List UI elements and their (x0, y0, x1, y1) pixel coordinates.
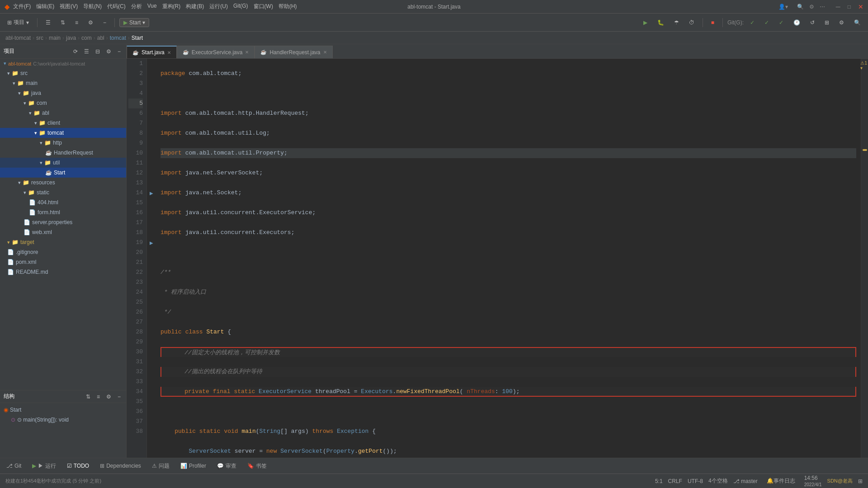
profiler-tool[interactable]: 📊 Profiler (178, 462, 209, 470)
menu-git[interactable]: Git(G) (233, 3, 248, 10)
problems-tool[interactable]: ⚠ 问题 (149, 461, 172, 471)
nav-src[interactable]: src (36, 35, 43, 41)
tree-main[interactable]: ▾ 📁 main (0, 78, 126, 88)
tree-server-props[interactable]: 📄 server.properties (0, 217, 126, 227)
minimize-panel-btn[interactable]: − (99, 16, 110, 29)
cursor-position[interactable]: 5:1 (655, 478, 663, 484)
run-config[interactable]: ▶ Start ▾ (119, 18, 149, 27)
tree-readme[interactable]: 📄 README.md (0, 267, 126, 277)
review-tool[interactable]: 💬 审查 (214, 461, 239, 471)
line-ending[interactable]: CRLF (668, 478, 682, 484)
sort-btn[interactable]: ⇅ (57, 16, 69, 29)
profile-btn[interactable]: 👤▾ (778, 4, 788, 10)
tree-start[interactable]: ☕ Start (0, 168, 126, 178)
tree-client[interactable]: ▾ 📁 client (0, 118, 126, 128)
tree-web-xml[interactable]: 📄 web.xml (0, 227, 126, 237)
structure-close-btn[interactable]: − (116, 390, 123, 403)
menu-vue[interactable]: Vue (147, 3, 157, 10)
code-text[interactable]: package com.abl.tomcat; import com.abl.t… (156, 59, 861, 458)
settings-small-btn[interactable]: ⚙ (85, 16, 97, 29)
filter-btn[interactable]: ≡ (71, 16, 82, 29)
structure-settings-btn[interactable]: ⚙ (104, 390, 113, 403)
tree-com[interactable]: ▾ 📁 com (0, 98, 126, 108)
git-search-btn[interactable]: 🔍 (850, 16, 864, 29)
sidebar-settings-btn[interactable]: ⚙ (104, 45, 113, 58)
tree-java[interactable]: ▾ 📁 java (0, 88, 126, 98)
search-btn[interactable]: 🔍 (797, 4, 804, 10)
tab-handler[interactable]: ☕ HandlerRequest.java ✕ (255, 46, 332, 58)
code-editor[interactable]: 1 2 3 4 5 6 7 8 9 10 11 12 13 14 15 16 1… (127, 59, 868, 458)
sidebar-collapse-btn[interactable]: ⊟ (94, 45, 102, 58)
git-check-btn[interactable]: ✓ (746, 16, 758, 29)
menu-run[interactable]: 运行(U) (209, 3, 228, 10)
close-btn[interactable]: ✕ (858, 3, 863, 10)
settings-btn[interactable]: ⚙ (809, 4, 814, 10)
nav-main[interactable]: main (49, 35, 61, 41)
structure-main-item[interactable]: ⊙ ⊙ main(String[]): void (4, 415, 123, 425)
git-more-btn[interactable]: ⊞ (821, 16, 833, 29)
git-settings-btn[interactable]: ⚙ (835, 16, 848, 29)
project-btn[interactable]: ⊞ 项目 ▾ (4, 16, 33, 29)
tree-static[interactable]: ▾ 📁 static (0, 188, 126, 197)
tree-gitignore[interactable]: 📄 .gitignore (0, 247, 126, 257)
coverage-btn[interactable]: ☂ (670, 16, 683, 29)
menu-help[interactable]: 帮助(H) (278, 3, 297, 10)
dep-tool[interactable]: ⊞ Dependencies (97, 462, 144, 470)
tree-tomcat[interactable]: ▾ 📁 tomcat (0, 128, 126, 138)
git-update-btn[interactable]: ↺ (807, 16, 818, 29)
structure-sort-btn[interactable]: ⇅ (84, 390, 92, 403)
tab-start-close[interactable]: ✕ (167, 50, 171, 55)
tab-executor[interactable]: ☕ ExecutorService.java ✕ (177, 46, 255, 58)
menu-refactor[interactable]: 重构(R) (162, 3, 181, 10)
profile-run-btn[interactable]: ⏱ (685, 16, 698, 29)
run-green-btn[interactable]: ▶ (640, 16, 651, 29)
tree-target[interactable]: ▾ 📁 target (0, 237, 126, 247)
tab-executor-close[interactable]: ✕ (245, 50, 249, 55)
event-log[interactable]: 🔔事件日志 (767, 477, 795, 485)
menu-analyze[interactable]: 分析 (131, 3, 142, 10)
tree-src[interactable]: ▾ 📁 src (0, 68, 126, 78)
git-tool[interactable]: ⎇ Git (4, 462, 24, 470)
nav-root[interactable]: abl-tomcat (5, 35, 31, 41)
git-branch-status[interactable]: ⎇ master (733, 478, 758, 484)
sidebar-sync-btn[interactable]: ⟳ (71, 45, 80, 58)
menu-window[interactable]: 窗口(W) (254, 3, 273, 10)
tab-start[interactable]: ☕ Start.java ✕ (127, 46, 177, 58)
nav-start[interactable]: Start (132, 35, 143, 41)
menu-view[interactable]: 视图(V) (60, 3, 78, 10)
tree-pom[interactable]: 📄 pom.xml (0, 257, 126, 267)
nav-abl[interactable]: abl (97, 35, 104, 41)
file-encoding[interactable]: UTF-8 (688, 478, 703, 484)
tree-resources[interactable]: ▾ 📁 resources (0, 178, 126, 188)
tree-abl[interactable]: ▾ 📁 abl (0, 108, 126, 118)
menu-navigate[interactable]: 导航(N) (83, 3, 102, 10)
minimize-btn[interactable]: ─ (836, 3, 840, 10)
tree-handler-request[interactable]: ☕ HandlerRequest (0, 148, 126, 158)
git-check3-btn[interactable]: ✓ (775, 16, 787, 29)
tab-handler-close[interactable]: ✕ (323, 50, 327, 55)
debug-btn[interactable]: 🐛 (654, 16, 668, 29)
sidebar-layout-btn[interactable]: ☰ (82, 45, 91, 58)
menu-code[interactable]: 代码(C) (107, 3, 126, 10)
layout-btn[interactable]: ☰ (42, 16, 54, 29)
run-tool[interactable]: ▶ ▶ 运行 (29, 461, 58, 471)
sidebar-close-btn[interactable]: − (116, 45, 123, 58)
menu-edit[interactable]: 编辑(E) (36, 3, 54, 10)
todo-tool[interactable]: ☑ TODO (64, 462, 92, 470)
git-check2-btn[interactable]: ✓ (761, 16, 773, 29)
nav-tomcat[interactable]: tomcat (110, 35, 126, 41)
structure-filter-btn[interactable]: ≡ (95, 390, 102, 403)
tree-form[interactable]: 📄 form.html (0, 207, 126, 217)
structure-root-item[interactable]: ◉ Start (4, 405, 123, 415)
stop-btn[interactable]: ■ (708, 16, 718, 29)
root-arrow[interactable]: ▾ (4, 61, 6, 66)
more-btn[interactable]: ⋯ (820, 4, 825, 10)
menu-file[interactable]: 文件(F) (13, 3, 31, 10)
nav-java[interactable]: java (66, 35, 76, 41)
tree-util[interactable]: ▾ 📁 util (0, 158, 126, 168)
nav-com[interactable]: com (81, 35, 92, 41)
tree-http[interactable]: ▾ 📁 http (0, 138, 126, 148)
menu-build[interactable]: 构建(B) (186, 3, 204, 10)
git-clock-btn[interactable]: 🕐 (790, 16, 804, 29)
maximize-btn[interactable]: □ (848, 4, 851, 10)
